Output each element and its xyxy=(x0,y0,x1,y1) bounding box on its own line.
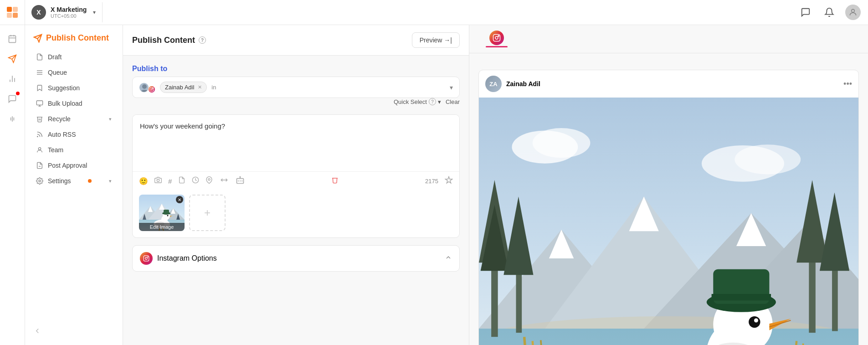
post-avatar: ZA xyxy=(485,76,502,92)
instagram-tab-icon xyxy=(489,31,504,45)
link-icon[interactable] xyxy=(219,177,229,185)
nav-icon-publish[interactable] xyxy=(3,50,21,68)
svg-rect-5 xyxy=(9,36,16,42)
nav-icon-audiogram[interactable] xyxy=(3,110,21,128)
svg-point-109 xyxy=(754,318,758,322)
post-header: ZA Zainab Adil ••• xyxy=(479,70,858,98)
svg-point-68 xyxy=(495,36,498,39)
instagram-options-chevron-icon xyxy=(445,254,452,263)
svg-rect-24 xyxy=(36,101,42,105)
image-thumbnail[interactable]: ✕ Edit Image xyxy=(139,195,185,231)
workspace-avatar: X xyxy=(31,5,46,20)
document-icon[interactable] xyxy=(178,176,185,185)
hashtag-icon[interactable]: # xyxy=(168,177,172,185)
topbar: X X Marketing UTC+05:00 ▾ xyxy=(0,0,868,25)
sidebar-item-post-approval-label: Post Approval xyxy=(48,162,87,169)
svg-point-66 xyxy=(148,257,148,257)
svg-rect-3 xyxy=(13,13,18,18)
tab-instagram[interactable] xyxy=(478,25,515,53)
instagram-options-icon xyxy=(140,252,153,265)
topbar-icons xyxy=(798,5,861,20)
location-icon[interactable] xyxy=(205,176,213,185)
publish-to-dropdown-arrow[interactable]: ▾ xyxy=(450,84,453,91)
svg-rect-107 xyxy=(712,294,771,300)
svg-point-32 xyxy=(141,90,148,93)
enhance-icon[interactable] xyxy=(445,176,453,186)
sidebar-item-team[interactable]: Team xyxy=(28,142,120,158)
user-avatar[interactable] xyxy=(845,5,861,20)
svg-point-38 xyxy=(208,179,210,180)
topbar-left: X X Marketing UTC+05:00 ▾ xyxy=(0,0,103,25)
nav-icon-inbox[interactable] xyxy=(3,90,21,108)
post-image xyxy=(479,98,858,345)
clock-icon[interactable] xyxy=(192,176,199,185)
post-more-options-icon[interactable]: ••• xyxy=(843,79,852,89)
notifications-icon[interactable] xyxy=(822,5,837,20)
post-text-input[interactable]: How's your weekend going? xyxy=(133,115,459,170)
svg-point-4 xyxy=(852,9,855,12)
mock-post: ZA Zainab Adil ••• xyxy=(478,70,859,345)
svg-point-30 xyxy=(39,180,41,182)
settings-chevron-icon: ▾ xyxy=(109,178,112,184)
instagram-options-header[interactable]: Instagram Options xyxy=(133,246,459,271)
svg-point-31 xyxy=(142,84,147,89)
svg-point-36 xyxy=(157,179,159,181)
nav-icon-calendar[interactable] xyxy=(3,30,21,48)
svg-point-74 xyxy=(734,144,801,174)
text-compose: How's your weekend going? 🙂 # xyxy=(132,114,460,238)
sidebar-item-bulk-upload[interactable]: Bulk Upload xyxy=(28,96,120,111)
publish-to-box: Zainab Adil ✕ in ▾ xyxy=(132,77,460,98)
in-label: in xyxy=(211,84,216,91)
nav-icon-analytics[interactable] xyxy=(3,70,21,88)
publish-info-icon[interactable]: ? xyxy=(199,36,206,44)
workspace-chevron-icon: ▾ xyxy=(93,9,96,15)
emoji-icon[interactable]: 🙂 xyxy=(139,177,148,185)
svg-rect-58 xyxy=(164,210,169,214)
sidebar-item-settings[interactable]: Settings ▾ xyxy=(28,173,120,189)
workspace-selector[interactable]: X X Marketing UTC+05:00 ▾ xyxy=(25,2,103,22)
platform-tabs xyxy=(469,25,868,53)
main-layout: Publish Content Draft Queue Suggestion B… xyxy=(0,25,868,345)
sidebar-item-recycle-label: Recycle xyxy=(48,115,71,123)
svg-rect-83 xyxy=(479,329,858,345)
quick-select-info-icon[interactable]: ? xyxy=(429,98,436,105)
sidebar: Publish Content Draft Queue Suggestion B… xyxy=(25,25,123,345)
sidebar-item-suggestion[interactable]: Suggestion xyxy=(28,80,120,96)
sidebar-item-recycle[interactable]: Recycle ▾ xyxy=(28,111,120,127)
camera-icon[interactable] xyxy=(154,176,162,185)
clear-button[interactable]: Clear xyxy=(446,98,460,105)
ai-robot-icon[interactable] xyxy=(236,175,245,186)
svg-rect-86 xyxy=(491,263,498,337)
sidebar-item-draft[interactable]: Draft xyxy=(28,49,120,65)
svg-point-69 xyxy=(498,36,499,36)
account-chip-name: Zainab Adil xyxy=(165,84,194,91)
preview-button[interactable]: Preview →| xyxy=(412,32,460,48)
svg-point-35 xyxy=(153,88,153,88)
publish-body: Publish to Zainab Adil xyxy=(123,56,469,281)
svg-rect-93 xyxy=(832,267,838,331)
sidebar-item-bulk-upload-label: Bulk Upload xyxy=(48,100,82,107)
delete-icon[interactable] xyxy=(331,176,339,185)
messages-icon[interactable] xyxy=(798,5,813,20)
image-remove-icon[interactable]: ✕ xyxy=(176,196,183,203)
publish-header: Publish Content ? Preview →| xyxy=(123,25,469,56)
sidebar-item-queue[interactable]: Queue xyxy=(28,65,120,80)
instagram-options-label: Instagram Options xyxy=(157,254,217,263)
add-image-button[interactable]: + xyxy=(189,195,226,231)
edit-image-label[interactable]: Edit Image xyxy=(139,223,185,231)
sidebar-collapse-button[interactable] xyxy=(25,322,123,340)
sidebar-item-auto-rss[interactable]: Auto RSS xyxy=(28,127,120,142)
account-chip-close[interactable]: ✕ xyxy=(198,84,202,90)
sidebar-item-draft-label: Draft xyxy=(48,53,62,61)
svg-rect-1 xyxy=(13,7,18,12)
quick-select-button[interactable]: Quick Select ? ▾ xyxy=(394,98,441,105)
svg-rect-64 xyxy=(144,256,149,261)
app-logo[interactable] xyxy=(0,0,25,25)
sidebar-item-post-approval[interactable]: Post Approval xyxy=(28,158,120,173)
recycle-chevron-icon: ▾ xyxy=(109,116,112,122)
preview-panel: ZA Zainab Adil ••• xyxy=(469,25,868,345)
svg-rect-0 xyxy=(7,7,12,12)
icon-strip xyxy=(0,25,25,345)
sidebar-item-suggestion-label: Suggestion xyxy=(48,84,80,92)
inbox-badge xyxy=(16,92,20,95)
